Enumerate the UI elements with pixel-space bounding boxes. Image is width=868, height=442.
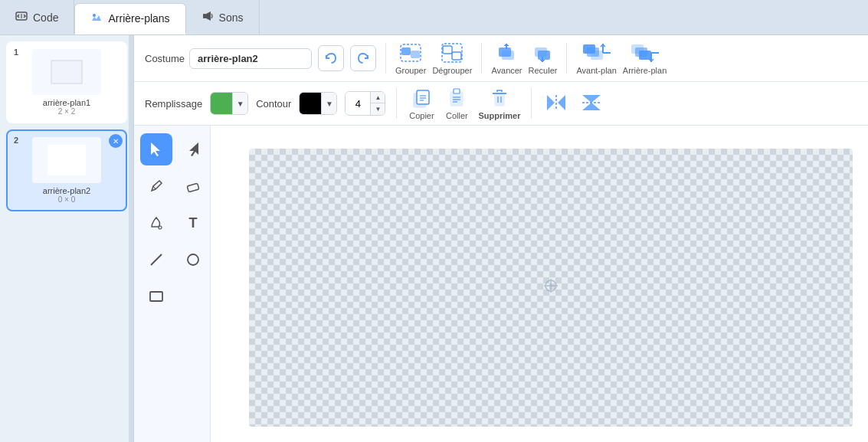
- costume-canvas-1: [32, 49, 101, 95]
- flip-h-button[interactable]: [542, 91, 570, 116]
- costume-label: Costume: [145, 53, 185, 64]
- backward-label: Reculer: [529, 66, 558, 75]
- tool-select[interactable]: [140, 133, 172, 165]
- svg-rect-35: [454, 89, 460, 93]
- tool-pencil[interactable]: [140, 170, 172, 202]
- ungroup-label: Dégrouper: [432, 66, 472, 75]
- fill-color-swatch: [211, 93, 232, 114]
- costume-delete-2[interactable]: ✕: [109, 134, 123, 148]
- svg-rect-39: [495, 93, 504, 106]
- paste-label: Coller: [446, 111, 468, 120]
- svg-point-53: [159, 226, 162, 229]
- costumes-panel: 1 arrière-plan1 2 × 2 2 ✕ arrière-plan2 …: [0, 35, 134, 442]
- tab-sounds[interactable]: Sons: [186, 0, 260, 34]
- svg-rect-56: [150, 292, 162, 301]
- tab-backdrops[interactable]: Arrière-plans: [74, 3, 185, 34]
- costume-size-1: 2 × 2: [58, 107, 76, 116]
- group-button[interactable]: Grouper: [395, 41, 426, 75]
- stroke-width-input[interactable]: [346, 92, 370, 115]
- front-button[interactable]: Avant-plan: [576, 41, 616, 75]
- tool-circle[interactable]: [177, 244, 209, 276]
- delete-label: Supprimer: [478, 111, 520, 120]
- backward-button[interactable]: Reculer: [529, 41, 558, 75]
- toolbar-bottom: Remplissage ▼ Contour ▼ ▲ ▼: [134, 82, 868, 126]
- costume-number-2: 2: [14, 136, 18, 145]
- svg-rect-30: [417, 90, 429, 104]
- svg-rect-3: [203, 14, 206, 18]
- tool-line[interactable]: [140, 244, 172, 276]
- scrollbar[interactable]: [129, 35, 133, 442]
- paste-button[interactable]: Coller: [443, 87, 470, 120]
- svg-rect-11: [452, 52, 461, 60]
- divider-5: [531, 88, 532, 119]
- stroke-width-up[interactable]: ▲: [371, 92, 385, 103]
- svg-rect-10: [443, 46, 452, 54]
- svg-marker-46: [582, 95, 601, 103]
- costume-number-1: 1: [14, 47, 18, 57]
- forward-button[interactable]: Avancer: [491, 41, 522, 75]
- svg-line-54: [151, 254, 162, 265]
- svg-rect-17: [538, 51, 550, 60]
- backward-icon: [529, 41, 556, 64]
- tools-panel: T: [134, 126, 211, 442]
- stroke-width-down[interactable]: ▼: [371, 103, 385, 115]
- costume-item-2[interactable]: 2 ✕ arrière-plan2 0 × 0: [6, 129, 127, 211]
- copy-label: Copier: [409, 111, 434, 120]
- tool-rect[interactable]: [140, 280, 172, 313]
- backdrops-icon: [90, 11, 103, 26]
- costume-size-2: 0 × 0: [58, 195, 76, 204]
- stroke-color-picker[interactable]: ▼: [299, 92, 337, 115]
- divider-4: [396, 88, 397, 119]
- group-icon: [397, 41, 424, 64]
- front-label: Avant-plan: [576, 66, 616, 75]
- svg-marker-47: [582, 103, 601, 110]
- editor-area: Costume Grouper: [134, 35, 868, 442]
- ungroup-icon: [438, 41, 466, 64]
- undo-button[interactable]: [318, 45, 344, 71]
- svg-point-55: [188, 254, 198, 265]
- svg-rect-6: [47, 145, 86, 175]
- svg-rect-21: [583, 44, 595, 54]
- redo-button[interactable]: [350, 45, 376, 71]
- svg-marker-49: [151, 142, 160, 156]
- fill-color-arrow: ▼: [232, 93, 247, 114]
- fill-color-picker[interactable]: ▼: [210, 92, 248, 115]
- copy-icon: [408, 87, 435, 110]
- ungroup-button[interactable]: Dégrouper: [432, 41, 472, 75]
- svg-rect-14: [499, 47, 511, 57]
- main-area: 1 arrière-plan1 2 × 2 2 ✕ arrière-plan2 …: [0, 35, 868, 442]
- back-label: Arrière-plan: [623, 66, 667, 75]
- toolbar-top: Costume Grouper: [134, 35, 868, 82]
- back-button[interactable]: Arrière-plan: [623, 41, 667, 75]
- costume-item-1[interactable]: 1 arrière-plan1 2 × 2: [6, 41, 127, 123]
- flip-v-button[interactable]: [578, 91, 605, 116]
- costume-name-input[interactable]: [189, 48, 312, 69]
- forward-label: Avancer: [491, 66, 522, 75]
- tool-reshape[interactable]: [177, 133, 209, 165]
- fill-label: Remplissage: [145, 98, 202, 110]
- paste-icon: [443, 87, 470, 110]
- flip-v-icon: [578, 91, 605, 114]
- group-label: Grouper: [395, 66, 426, 75]
- tab-sounds-label: Sons: [219, 11, 244, 24]
- code-icon: [15, 10, 28, 25]
- tool-fill[interactable]: [140, 207, 172, 239]
- tab-code-label: Code: [33, 11, 58, 24]
- canvas-center-crosshair: [540, 275, 562, 301]
- tool-eraser[interactable]: [177, 170, 209, 202]
- tab-bar: Code Arrière-plans Sons: [0, 0, 868, 35]
- svg-rect-34: [450, 92, 463, 106]
- drawing-canvas[interactable]: [211, 126, 868, 442]
- svg-marker-4: [206, 11, 211, 21]
- svg-line-51: [153, 186, 156, 189]
- back-icon: [631, 41, 659, 64]
- canvas-checkerboard: [249, 149, 853, 427]
- tab-code[interactable]: Code: [0, 0, 74, 34]
- tool-text[interactable]: T: [177, 207, 209, 239]
- canvas-area: T: [134, 126, 868, 442]
- copy-button[interactable]: Copier: [408, 87, 435, 120]
- tab-backdrops-label: Arrière-plans: [108, 12, 169, 25]
- svg-rect-5: [51, 61, 82, 83]
- delete-button[interactable]: Supprimer: [478, 87, 520, 120]
- forward-icon: [493, 41, 520, 64]
